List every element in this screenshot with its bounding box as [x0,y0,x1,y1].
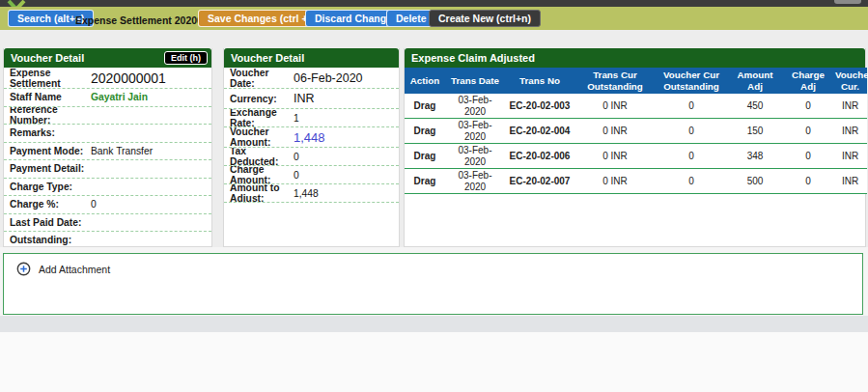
table-row: Drag 03-Feb-2020 EC-20-02-003 0 INR 0 45… [405,94,867,119]
add-plus-icon [16,262,31,276]
toolbar: Search (alt+s) Expense Settlement 202000… [0,7,868,30]
field-tax-deducted: Tax Deducted: 0 [224,148,399,166]
table-header-row: Action Trans Date Trans No Trans Cur Out… [405,68,867,94]
drag-handle[interactable]: Drag [405,169,445,194]
field-last-paid-date: Last Paid Date: [4,214,211,233]
trans-no-link[interactable]: EC-20-02-006 [505,144,574,169]
drag-handle[interactable]: Drag [405,94,445,119]
expense-settlement-value: 2020000001 [91,70,166,86]
field-staff-name: Staff Name Gayatri Jain [4,89,211,107]
drag-handle[interactable]: Drag [405,119,445,144]
col-trans-no: Trans No [505,68,574,94]
col-trans-date: Trans Date [445,68,505,94]
field-voucher-date: Voucher Date: 06-Feb-2020 [224,68,399,89]
table-row: Drag 03-Feb-2020 EC-20-02-007 0 INR 0 50… [405,169,867,194]
expense-claim-table: Action Trans Date Trans No Trans Cur Out… [405,68,867,194]
voucher-detail-mid-header: Voucher Detail [224,48,399,68]
field-charge-percent: Charge %: 0 [4,196,211,214]
field-charge-amount: Charge Amount: 0 [224,166,399,184]
payment-mode-value: Bank Transfer [91,146,153,156]
col-voucher-cur: Voucher Cur. [833,68,867,94]
voucher-date-value: 06-Feb-2020 [294,71,363,85]
table-row: Drag 03-Feb-2020 EC-20-02-004 0 INR 0 15… [405,119,867,144]
col-amount-adj: Amount Adj [727,68,783,94]
footer-strip [0,316,868,332]
expense-claim-panel: Expense Claim Adjusted Action Trans Date… [404,48,866,247]
trans-no-link[interactable]: EC-20-02-007 [505,169,574,194]
currency-value: INR [294,92,315,105]
trans-no-link[interactable]: EC-20-02-003 [505,94,574,119]
amount-to-adjust-value: 1,448 [294,188,319,199]
bottom-area [0,332,868,392]
field-voucher-amount: Voucher Amount: 1,448 [224,127,399,148]
field-amount-to-adjust: Amount to Adjust: 1,448 [224,184,399,203]
field-expense-settlement: Expense Settlement 2020000001 [4,68,211,89]
voucher-detail-mid-panel: Voucher Detail Voucher Date: 06-Feb-2020… [223,48,400,247]
col-charge-adj: Charge Adj [783,68,833,94]
attachment-box: Add Attachment [3,253,863,315]
top-strip [0,0,868,7]
field-exchange-rate: Exchange Rate: 1 [224,109,399,127]
table-row: Drag 03-Feb-2020 EC-20-02-006 0 INR 0 34… [405,144,867,169]
voucher-amount-link[interactable]: 1,448 [294,130,325,145]
col-voucher-cur-outstanding: Voucher Cur Outstanding [656,68,727,94]
panel-title: Voucher Detail [231,52,304,64]
field-currency: Currency: INR [224,89,399,109]
field-charge-type: Charge Type: [4,179,211,197]
trans-no-link[interactable]: EC-20-02-004 [505,119,574,144]
field-reference-number: Reference Number: [4,107,211,126]
drag-handle[interactable]: Drag [405,144,445,169]
field-remarks: Remarks: [4,125,211,143]
add-attachment-label: Add Attachment [39,264,110,275]
field-payment-detail: Payment Detail: [4,160,211,179]
staff-name-value[interactable]: Gayatri Jain [91,92,148,102]
app-logo-icon [7,0,28,7]
expense-claim-header: Expense Claim Adjusted [405,48,865,68]
voucher-detail-left-header: Voucher Detail Edit (h) [4,48,211,68]
scrollbar-thumb[interactable] [834,0,861,4]
edit-button[interactable]: Edit (h) [164,51,208,65]
panel-title: Voucher Detail [11,52,84,64]
add-attachment-button[interactable]: Add Attachment [4,254,139,276]
attachment-band: Add Attachment [0,247,868,316]
panel-title: Expense Claim Adjusted [411,52,535,64]
field-payment-mode: Payment Mode: Bank Transfer [4,143,211,161]
col-action: Action [405,68,445,94]
voucher-detail-left-panel: Voucher Detail Edit (h) Expense Settleme… [3,48,212,247]
create-new-button[interactable]: Create New (ctrl+n) [429,10,541,27]
col-trans-cur-outstanding: Trans Cur Outstanding [574,68,656,94]
